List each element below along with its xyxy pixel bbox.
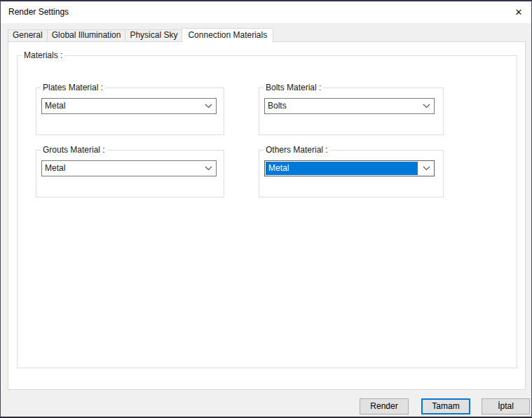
close-button[interactable]: ✕ xyxy=(508,1,529,23)
grouts-material-label: Grouts Material : xyxy=(41,145,107,155)
window-titlebar: Render Settings ✕ xyxy=(1,1,531,23)
tab-page-connection-materials: Materials : Plates Material : Metal Bolt… xyxy=(8,41,526,390)
render-settings-dialog: { "window": { "title": "Render Settings"… xyxy=(0,0,532,418)
chevron-down-icon[interactable] xyxy=(200,99,216,113)
bolts-material-value: Bolts xyxy=(268,99,287,113)
grouts-material-combobox[interactable]: Metal xyxy=(41,160,217,176)
chevron-down-icon[interactable] xyxy=(418,161,434,176)
materials-groupbox: Materials : Plates Material : Metal Bolt… xyxy=(17,55,517,368)
chevron-down-icon[interactable] xyxy=(418,99,434,113)
grouts-material-groupbox: Grouts Material : Metal xyxy=(36,150,224,197)
plates-material-label: Plates Material : xyxy=(41,83,105,93)
others-material-value: Metal xyxy=(268,161,289,176)
bolts-material-label: Bolts Material : xyxy=(264,83,323,93)
others-material-label: Others Material : xyxy=(264,145,330,155)
window-title: Render Settings xyxy=(8,1,69,23)
tab-physical-sky[interactable]: Physical Sky xyxy=(125,29,182,41)
tab-connection-materials[interactable]: Connection Materials xyxy=(182,28,273,43)
plates-material-groupbox: Plates Material : Metal xyxy=(36,88,224,135)
render-button[interactable]: Render xyxy=(360,398,409,414)
plates-material-value: Metal xyxy=(45,99,65,113)
others-material-combobox[interactable]: Metal xyxy=(264,160,435,176)
ok-button[interactable]: Tamam xyxy=(421,398,470,414)
bolts-material-combobox[interactable]: Bolts xyxy=(264,98,435,114)
chevron-down-icon[interactable] xyxy=(200,161,216,176)
plates-material-combobox[interactable]: Metal xyxy=(41,98,217,114)
others-material-groupbox: Others Material : Metal xyxy=(259,150,444,197)
tab-strip: General Global Illumination Physical Sky… xyxy=(8,28,273,41)
cancel-button[interactable]: İptal xyxy=(482,398,530,414)
bolts-material-groupbox: Bolts Material : Bolts xyxy=(259,88,444,135)
tab-global-illumination[interactable]: Global Illumination xyxy=(47,29,126,41)
tab-general[interactable]: General xyxy=(8,29,48,41)
grouts-material-value: Metal xyxy=(45,161,65,176)
close-icon: ✕ xyxy=(515,7,523,18)
materials-group-label: Materials : xyxy=(22,50,64,61)
